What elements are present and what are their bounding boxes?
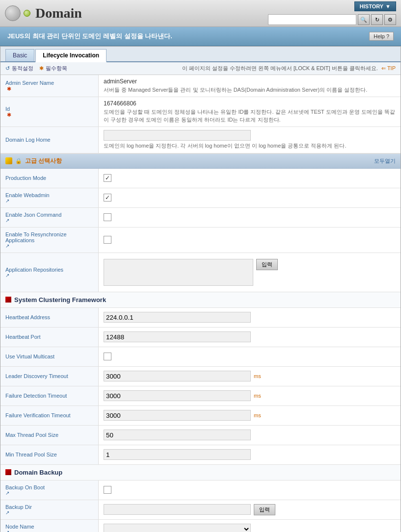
enable-webadmin-label: Enable Webadmin ↗ [0,188,99,207]
tab-lifecycle[interactable]: Lifecycle Invocation [35,49,107,62]
form-area: Admin Server Name ✱ adminServer 서버들 중 Ma… [0,75,401,532]
enable-webadmin-row: Enable Webadmin ↗ [0,188,401,208]
node-name-link-icon[interactable]: ↗ [5,530,9,532]
failure-verification-timeout-unit: ms [254,412,261,418]
config-button[interactable]: ⚙ [384,14,396,25]
banner-text: JEUS의 최대 관리 단위인 도메인 레벨의 설정을 나타낸다. [7,32,172,41]
enable-resync-value [99,228,401,253]
leader-discovery-timeout-value: ms [99,367,401,386]
webadmin-link-icon[interactable]: ↗ [5,198,9,203]
id-desc: 도메인을 구성할 때 도메인의 정체성을 나타내는 유일한 ID를 지정한다. … [104,108,396,124]
top-bar-left: Domain [5,5,82,21]
tab-bar: Basic Lifecycle Invocation [0,47,401,62]
advanced-label-text: 고급 선택사항 [25,157,62,165]
advanced-section-icon [5,157,12,164]
admin-server-name-text: adminServer [104,78,396,85]
tab-basic[interactable]: Basic [5,49,34,61]
leader-discovery-timeout-label: Leader Discovery Timeout [0,367,99,386]
domain-log-home-input[interactable] [104,130,251,141]
backup-dir-label: Backup Dir ↗ [0,500,99,519]
max-thread-pool-size-label: Max Thread Pool Size [0,426,99,445]
required-item: ✱ 필수항목 [39,65,67,72]
required-mark: ✱ [7,86,11,92]
backup-on-boot-checkbox[interactable] [104,486,111,494]
dynamic-settings-item[interactable]: ↺ 동적설정 [5,65,33,72]
enable-json-command-checkbox[interactable] [104,213,111,221]
failure-detection-timeout-input[interactable] [104,390,251,401]
search-row: 🔍 ↻ ⚙ [268,14,396,25]
toolbar: ↺ 동적설정 ✱ 필수항목 이 페이지의 설정을 수정하려면 왼쪽 메뉴에서 [… [0,62,401,75]
backup-dir-area: 입력 [104,504,396,515]
failure-detection-timeout-input-group: ms [104,390,396,401]
backup-on-boot-link-icon[interactable]: ↗ [5,490,9,496]
leader-discovery-timeout-row: Leader Discovery Timeout ms [0,367,401,386]
app-repositories-textarea[interactable] [104,259,253,286]
node-name-select[interactable] [104,524,251,532]
backup-section-icon [5,469,11,475]
dropdown-icon: ▼ [385,3,391,9]
config-icon: ⚙ [388,17,393,23]
max-thread-pool-size-input[interactable] [104,430,251,440]
banner: JEUS의 최대 관리 단위인 도메인 레벨의 설정을 나타낸다. Help ? [0,27,401,46]
search-icon: 🔍 [360,17,367,23]
search-input[interactable] [268,14,356,25]
backup-dir-link-icon[interactable]: ↗ [5,510,9,515]
search-button[interactable]: 🔍 [358,14,370,25]
use-virtual-multicast-label: Use Virtual Multicast [0,347,99,366]
clustering-section-icon [5,297,11,303]
advanced-collapse-action[interactable]: 모두열기 [374,157,396,165]
refresh-button[interactable]: ↻ [371,14,383,25]
heartbeat-port-input[interactable] [104,331,251,342]
failure-verification-timeout-value: ms [99,406,401,425]
app-repositories-row: Application Repositories ↗ 입력 [0,253,401,292]
help-button[interactable]: Help ? [369,32,394,41]
app-repo-area: 입력 [104,259,396,286]
app-repositories-input-btn[interactable]: 입력 [256,259,278,270]
history-button[interactable]: HISTORY ▼ [354,1,396,11]
id-text: 1674666806 [104,100,396,107]
production-mode-checkbox[interactable] [104,174,111,182]
id-required-mark: ✱ [7,112,11,118]
enable-webadmin-checkbox[interactable] [104,194,111,202]
history-label: HISTORY [360,3,383,9]
app-repo-link-icon[interactable]: ↗ [5,273,9,278]
required-icon: ✱ [39,65,44,72]
use-virtual-multicast-checkbox[interactable] [104,353,111,360]
heartbeat-address-input[interactable] [104,312,251,323]
use-virtual-multicast-row: Use Virtual Multicast [0,347,401,367]
backup-on-boot-value [99,481,401,500]
enable-resync-label: Enable To Resynchronize Applications ↗ [0,228,99,253]
max-thread-pool-size-value [99,426,401,445]
advanced-section-header: 🔒 고급 선택사항 모두열기 [0,153,401,169]
heartbeat-address-row: Heartbeat Address [0,308,401,328]
node-name-row: Node Name ↗ [0,520,401,532]
refresh-icon: ↻ [375,17,379,23]
enable-resync-row: Enable To Resynchronize Applications ↗ [0,228,401,253]
leader-discovery-timeout-input-group: ms [104,371,396,381]
failure-verification-timeout-input[interactable] [104,410,251,421]
leader-discovery-timeout-input[interactable] [104,371,251,381]
resync-link-icon[interactable]: ↗ [5,243,9,249]
failure-verification-timeout-row: Failure Verification Timeout ms [0,406,401,426]
admin-server-name-row: Admin Server Name ✱ adminServer 서버들 중 Ma… [0,75,401,97]
min-thread-pool-size-label: Min Thread Pool Size [0,445,99,464]
heartbeat-address-value [99,308,401,327]
json-link-icon[interactable]: ↗ [5,218,9,223]
heartbeat-port-label: Heartbeat Port [0,328,99,347]
domain-log-home-label: Domain Log Home [0,127,99,152]
top-bar-right: HISTORY ▼ 🔍 ↻ ⚙ [268,1,396,25]
tip-label: ⇐ TIP [381,65,396,71]
dynamic-settings-icon: ↺ [5,65,10,72]
id-row: Id ✱ 1674666806 도메인을 구성할 때 도메인의 정체성을 나타내… [0,97,401,127]
backup-dir-input[interactable] [104,504,251,515]
min-thread-pool-size-input[interactable] [104,449,251,460]
failure-detection-timeout-row: Failure Detection Timeout ms [0,386,401,406]
use-virtual-multicast-value [99,347,401,366]
failure-detection-timeout-value: ms [99,386,401,405]
failure-verification-timeout-input-group: ms [104,410,396,421]
toolbar-right: 이 페이지의 설정을 수정하려면 왼쪽 메뉴에서 [LOCK & EDIT] 버… [182,65,396,72]
domain-log-home-row: Domain Log Home 도메인의 log home을 지정한다. 각 서… [0,127,401,153]
enable-resync-checkbox[interactable] [104,236,111,244]
page-title: Domain [35,5,82,21]
backup-dir-btn[interactable]: 입력 [254,504,275,515]
